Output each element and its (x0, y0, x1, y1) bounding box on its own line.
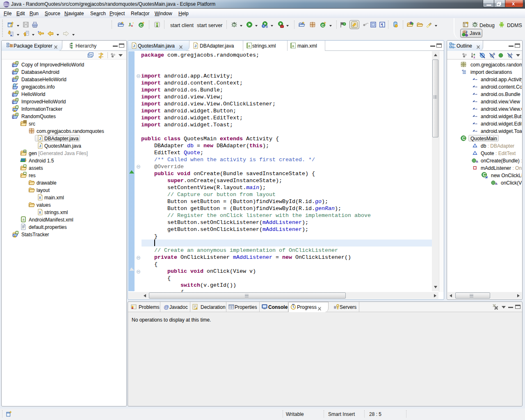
svg-text:J: J (194, 44, 196, 48)
svg-text:X: X (39, 210, 41, 215)
svg-text:¶: ¶ (381, 22, 383, 27)
svg-text:C: C (140, 23, 143, 27)
svg-text:a: a (248, 44, 250, 48)
svg-text:J: J (39, 144, 41, 148)
svg-text:a: a (292, 44, 294, 48)
svg-text:J: J (120, 21, 122, 25)
svg-text:J: J (466, 30, 468, 34)
svg-text:a: a (23, 217, 25, 221)
svg-text:L: L (511, 52, 513, 56)
svg-text:X: X (39, 196, 41, 200)
svg-text:S: S (493, 52, 495, 56)
svg-text:J: J (133, 44, 135, 48)
svg-text:C: C (462, 136, 466, 141)
svg-text:J: J (301, 21, 303, 25)
svg-text:C: C (483, 172, 486, 177)
svg-text:u: u (131, 23, 133, 27)
svg-text:C: C (322, 23, 324, 27)
svg-text:z: z (474, 55, 475, 59)
svg-text:@: @ (164, 304, 169, 310)
svg-text:J: J (39, 137, 41, 141)
